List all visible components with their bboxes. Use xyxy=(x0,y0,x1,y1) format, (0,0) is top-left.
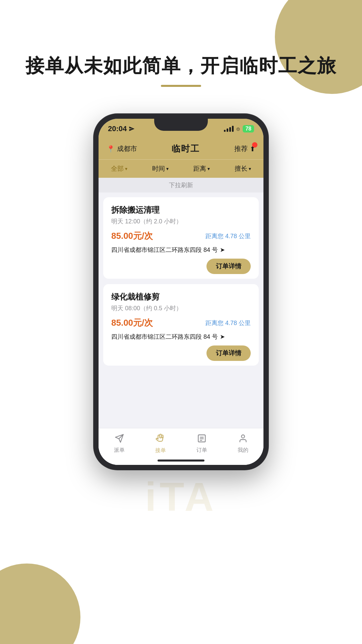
phone-mockup: 20:04 ⌾ 78 xyxy=(94,114,268,470)
phone-inner: 20:04 ⌾ 78 xyxy=(99,119,263,465)
phone-outer: 20:04 ⌾ 78 xyxy=(94,114,268,470)
nav-label-dispatch: 派单 xyxy=(114,447,125,454)
chevron-down-icon-1: ▾ xyxy=(166,166,169,171)
filter-tab-all[interactable]: 全部 ▾ xyxy=(99,160,140,178)
filter-tab-skill[interactable]: 擅长 ▾ xyxy=(222,160,263,178)
app-content: 20:04 ⌾ 78 xyxy=(99,119,263,465)
chevron-down-icon-0: ▾ xyxy=(125,166,127,171)
location-text: 成都市 xyxy=(117,144,137,153)
signal-bars-icon xyxy=(224,126,234,132)
nav-label-receive: 接单 xyxy=(155,447,166,454)
pull-refresh-hint: 下拉刷新 xyxy=(99,178,263,193)
nav-item-receive[interactable]: 接单 xyxy=(155,433,166,454)
order-card-0: 拆除搬运清理 明天 12:00（约 2.0 小时） 85.00元/次 距离您 4… xyxy=(103,197,259,279)
recommend-label: 推荐 xyxy=(234,144,248,153)
app-header: 📍 成都市 临时工 推荐 ⬆ xyxy=(99,139,263,159)
order-price-0: 85.00元/次 xyxy=(111,230,153,242)
nav-item-profile[interactable]: 我的 xyxy=(238,434,248,454)
order-actions-0: 订单详情 xyxy=(111,259,251,274)
status-icons: ⌾ 78 xyxy=(224,125,254,132)
hand-icon xyxy=(156,433,166,446)
chevron-down-icon-2: ▾ xyxy=(207,166,210,171)
order-distance-1: 距离您 4.78 公里 xyxy=(205,319,251,327)
app-title: 临时工 xyxy=(172,143,200,155)
order-time-0: 明天 12:00（约 2.0 小时） xyxy=(111,217,251,225)
order-actions-1: 订单详情 xyxy=(111,345,251,361)
order-address-0: 四川省成都市锦江区二环路东四段 84 号 ➤ xyxy=(111,246,251,254)
order-price-row-1: 85.00元/次 距离您 4.78 公里 xyxy=(111,317,251,329)
phone-notch xyxy=(154,119,208,131)
order-price-1: 85.00元/次 xyxy=(111,317,153,329)
order-distance-0: 距离您 4.78 公里 xyxy=(205,232,251,240)
filter-tab-time[interactable]: 时间 ▾ xyxy=(140,160,181,178)
page-title: 接单从未如此简单，开启临时工之旅 xyxy=(0,54,362,78)
wifi-icon: ⌾ xyxy=(236,125,240,132)
location-pin-icon: 📍 xyxy=(107,145,115,153)
detail-button-0[interactable]: 订单详情 xyxy=(206,259,251,274)
order-time-1: 明天 08:00（约 0.5 小时） xyxy=(111,304,251,312)
order-price-row-0: 85.00元/次 距离您 4.78 公里 xyxy=(111,230,251,242)
title-underline xyxy=(161,85,201,87)
navigation-icon-0: ➤ xyxy=(220,246,225,254)
page-header: 接单从未如此简单，开启临时工之旅 xyxy=(0,54,362,87)
decoration-circle-bottom-left xyxy=(0,564,80,644)
battery-badge: 78 xyxy=(243,125,254,132)
home-indicator xyxy=(158,460,204,462)
location-area[interactable]: 📍 成都市 xyxy=(107,144,137,153)
bottom-spacer xyxy=(103,371,259,408)
order-title-0: 拆除搬运清理 xyxy=(111,205,251,215)
ita-label: iTA xyxy=(145,474,217,520)
send-icon xyxy=(115,434,124,445)
order-address-1: 四川省成都市锦江区二环路东四段 84 号 ➤ xyxy=(111,333,251,341)
svg-point-6 xyxy=(241,435,244,438)
recommend-button[interactable]: 推荐 ⬆ xyxy=(234,144,255,153)
person-icon xyxy=(238,434,248,445)
order-title-1: 绿化栽植修剪 xyxy=(111,291,251,302)
chevron-down-icon-3: ▾ xyxy=(249,166,251,171)
filter-tab-distance[interactable]: 距离 ▾ xyxy=(181,160,222,178)
filter-tabs: 全部 ▾ 时间 ▾ 距离 ▾ 擅长 ▾ xyxy=(99,159,263,178)
nav-item-dispatch[interactable]: 派单 xyxy=(114,434,125,454)
nav-label-profile: 我的 xyxy=(238,447,248,454)
nav-item-orders[interactable]: 订单 xyxy=(196,434,207,454)
nav-label-orders: 订单 xyxy=(196,447,207,454)
detail-button-1[interactable]: 订单详情 xyxy=(206,345,251,361)
status-time: 20:04 xyxy=(108,124,135,133)
navigation-icon-1: ➤ xyxy=(220,333,225,340)
orders-list: 拆除搬运清理 明天 12:00（约 2.0 小时） 85.00元/次 距离您 4… xyxy=(99,193,263,465)
order-card-1: 绿化栽植修剪 明天 08:00（约 0.5 小时） 85.00元/次 距离您 4… xyxy=(103,284,259,366)
list-icon xyxy=(197,434,206,445)
location-arrow-icon xyxy=(129,126,135,132)
notification-badge xyxy=(252,142,257,148)
